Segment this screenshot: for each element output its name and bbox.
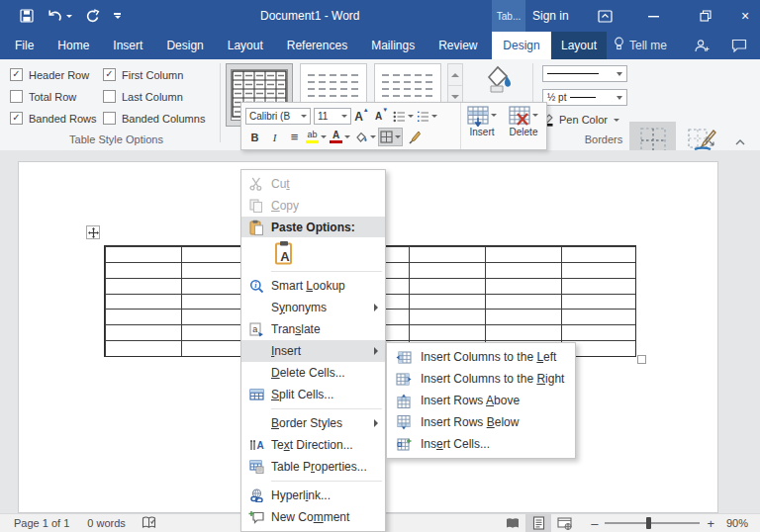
- table-resize-handle[interactable]: [637, 355, 646, 364]
- align-center-button[interactable]: ≡: [285, 128, 304, 146]
- checkbox-mark: [103, 90, 116, 103]
- menu-item-new-comment[interactable]: New Comment: [241, 506, 385, 528]
- checkbox-mark: ✓: [103, 68, 116, 81]
- zoom-out-button[interactable]: –: [591, 516, 598, 531]
- menu-label: Insert Columns to the Left: [421, 350, 575, 364]
- font-name-value: Calibri (B: [249, 111, 290, 122]
- page-indicator[interactable]: Page 1 of 1: [14, 517, 69, 529]
- delete-button-label: Delete: [510, 127, 538, 137]
- menu-label: Hyperlink...: [271, 488, 385, 502]
- menu-item-smart-lookup[interactable]: i Smart Lookup: [241, 275, 385, 297]
- save-icon[interactable]: [20, 9, 34, 23]
- bold-button[interactable]: B: [245, 128, 264, 146]
- delete-table-button[interactable]: Delete: [505, 106, 542, 147]
- menu-label: Paste Options:: [271, 221, 385, 234]
- checkbox-label: Banded Columns: [122, 113, 205, 125]
- borders-dialog-launcher-icon[interactable]: [705, 133, 715, 151]
- tab-file[interactable]: File: [3, 32, 46, 59]
- collapse-ribbon-icon[interactable]: [734, 133, 746, 151]
- text-highlight-button[interactable]: ab: [305, 128, 328, 146]
- menu-label: Insert Rows Above: [421, 394, 575, 407]
- italic-button[interactable]: I: [265, 128, 284, 146]
- insert-table-button[interactable]: Insert: [463, 106, 501, 147]
- checkbox-first-column[interactable]: ✓ First Column: [103, 68, 183, 81]
- insert-cells-icon: [387, 437, 421, 452]
- menu-label: Split Cells...: [271, 388, 385, 401]
- submenu-item-insert-rows-below[interactable]: Insert Rows Below: [387, 411, 575, 433]
- ribbon-display-options-icon[interactable]: [590, 0, 619, 32]
- context-menu: Cut Copy Paste Options: A i Smart Lookup…: [240, 169, 386, 532]
- tab-review[interactable]: Review: [427, 32, 489, 59]
- read-mode-view-button[interactable]: [500, 514, 525, 532]
- tab-insert[interactable]: Insert: [101, 32, 154, 59]
- borders-mini-button[interactable]: [378, 128, 403, 146]
- checkbox-banded-columns[interactable]: Banded Columns: [103, 112, 205, 125]
- menu-item-text-direction[interactable]: A Text Direction...: [241, 434, 385, 456]
- submenu-item-insert-columns-right[interactable]: Insert Columns to the Right: [387, 368, 575, 390]
- tell-me-box[interactable]: Tell me: [614, 32, 667, 59]
- restore-button[interactable]: [691, 0, 720, 32]
- font-color-bar: [330, 140, 342, 143]
- menu-item-delete-cells[interactable]: Delete Cells...: [241, 362, 385, 384]
- menu-item-hyperlink[interactable]: Hyperlink...: [241, 485, 385, 506]
- comment-icon[interactable]: [724, 30, 754, 61]
- submenu-item-insert-columns-left[interactable]: Insert Columns to the Left: [387, 346, 575, 368]
- shading-mini-button[interactable]: [352, 128, 377, 146]
- pen-color-button[interactable]: Pen Color: [540, 111, 619, 129]
- menu-label: Border Styles: [271, 416, 374, 430]
- tab-mailings[interactable]: Mailings: [359, 32, 427, 59]
- gallery-up-arrow-icon[interactable]: [448, 64, 462, 86]
- numbering-button[interactable]: [416, 107, 438, 126]
- shrink-font-button[interactable]: A▼: [372, 107, 391, 126]
- zoom-slider[interactable]: [605, 522, 700, 524]
- zoom-slider-thumb[interactable]: [646, 517, 651, 529]
- checkbox-last-column[interactable]: Last Column: [103, 90, 183, 103]
- menu-item-synonyms[interactable]: Synonyms: [241, 297, 385, 318]
- checkbox-label: Header Row: [29, 69, 89, 81]
- proofing-status-icon[interactable]: [142, 516, 156, 531]
- menu-item-insert[interactable]: Insert: [241, 340, 385, 362]
- word-count[interactable]: 0 words: [87, 517, 126, 529]
- web-layout-view-button[interactable]: [551, 514, 577, 532]
- tab-references[interactable]: References: [275, 32, 359, 59]
- bullets-button[interactable]: [392, 107, 415, 126]
- tab-layout[interactable]: Layout: [216, 32, 275, 59]
- font-color-button[interactable]: A: [329, 128, 351, 146]
- border-line-style-combo[interactable]: [542, 65, 627, 82]
- zoom-percentage[interactable]: 90%: [726, 517, 748, 529]
- share-icon[interactable]: [687, 30, 716, 61]
- line-weight-sample: [570, 97, 596, 98]
- border-line-weight-combo[interactable]: ½ pt: [542, 89, 627, 106]
- sign-in-link[interactable]: Sign in: [532, 0, 569, 32]
- tab-design[interactable]: Design: [154, 32, 215, 59]
- font-name-combo[interactable]: Calibri (B: [245, 108, 311, 125]
- submenu-item-insert-cells[interactable]: Insert Cells...: [387, 433, 575, 455]
- menu-item-split-cells[interactable]: Split Cells...: [241, 384, 385, 405]
- undo-icon[interactable]: [47, 9, 72, 23]
- format-painter-icon[interactable]: [404, 128, 423, 146]
- tab-home[interactable]: Home: [46, 32, 101, 59]
- menu-item-translate[interactable]: a Translate: [241, 318, 385, 340]
- close-button[interactable]: ×: [730, 0, 760, 32]
- print-layout-view-button[interactable]: [525, 514, 551, 532]
- checkbox-banded-rows[interactable]: ✓ Banded Rows: [10, 112, 97, 125]
- customize-qat-icon[interactable]: [113, 13, 121, 19]
- submenu-item-insert-rows-above[interactable]: Insert Rows Above: [387, 390, 575, 411]
- grow-font-button[interactable]: A▲: [352, 107, 371, 126]
- keep-text-only-paste-button[interactable]: A: [271, 238, 299, 267]
- tab-table-layout[interactable]: Layout: [551, 32, 607, 59]
- font-size-combo[interactable]: 11: [314, 108, 351, 125]
- zoom-in-button[interactable]: +: [707, 516, 714, 531]
- table-move-handle[interactable]: [86, 225, 100, 239]
- checkbox-header-row[interactable]: ✓ Header Row: [10, 68, 89, 81]
- menu-item-table-properties[interactable]: Table Properties...: [241, 456, 385, 478]
- menu-label: Translate: [271, 322, 385, 336]
- tab-table-design-active[interactable]: Design: [492, 32, 551, 59]
- checkbox-total-row[interactable]: Total Row: [10, 90, 76, 103]
- menu-item-copy: Copy: [241, 195, 385, 217]
- title-bar: Document1 - Word Tab... Sign in ×: [0, 0, 760, 32]
- shading-button[interactable]: [469, 63, 522, 103]
- redo-icon[interactable]: [85, 9, 100, 23]
- menu-item-border-styles[interactable]: Border Styles: [241, 412, 385, 434]
- minimize-button[interactable]: [638, 0, 668, 32]
